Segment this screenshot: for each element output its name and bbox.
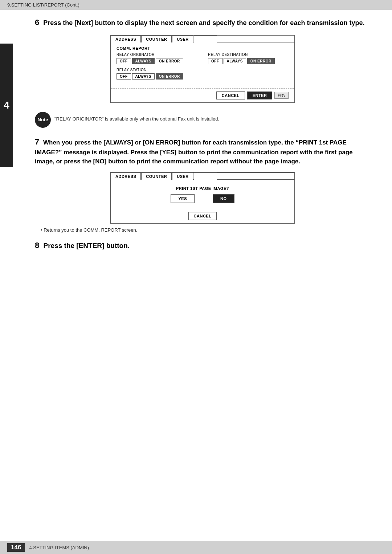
header-text: 9.SETTING LIST/REPORT (Cont.) (7, 2, 79, 8)
relay-station-buttons: OFF ALWAYS ON ERROR (117, 73, 197, 80)
top-header: 9.SETTING LIST/REPORT (Cont.) (0, 0, 392, 10)
relay-dest-buttons: OFF ALWAYS ON ERROR (208, 58, 289, 64)
screen1-content: COMM. REPORT RELAY ORIGINATOR OFF ALWAYS… (111, 42, 294, 88)
relay-sta-always[interactable]: ALWAYS (132, 73, 155, 80)
footer-text: 4.SETTING ITEMS (ADMIN) (29, 545, 89, 550)
relay-station-title: RELAY STATION (117, 68, 197, 72)
comm-report-label: COMM. REPORT (117, 46, 289, 50)
relay-dest-always[interactable]: ALWAYS (224, 58, 246, 64)
relay-originator-title: RELAY ORIGINATOR (117, 53, 197, 57)
print-question-label: PRINT 1ST PAGE IMAGE? (111, 180, 294, 194)
relay-orig-off[interactable]: OFF (117, 58, 131, 64)
screen1-tab-bar: ADDRESS COUNTER USER ADMIN (111, 36, 294, 42)
right-col: RELAY DESTINATION OFF ALWAYS ON ERROR (208, 53, 289, 83)
relay-originator-section: RELAY ORIGINATOR OFF ALWAYS ON ERROR (117, 53, 197, 64)
page-number: 146 (7, 543, 25, 552)
yes-no-group: YES NO (111, 194, 294, 209)
step7-text: When you press the [ALWAYS] or [ON ERROR… (35, 139, 353, 165)
screen2-box: ADDRESS COUNTER USER ADMIN PRINT 1ST PAG… (110, 172, 295, 224)
note-badge: Note (35, 112, 51, 128)
step6-heading: 6 Press the [Next] button to display the… (35, 17, 370, 28)
relay-originator-buttons: OFF ALWAYS ON ERROR (117, 58, 197, 64)
screen1-box: ADDRESS COUNTER USER ADMIN COMM. REPORT … (110, 35, 295, 103)
tab-user-2[interactable]: USER (172, 173, 193, 180)
step6-text: Press the [Next] button to display the n… (43, 19, 364, 27)
yes-button[interactable]: YES (171, 194, 195, 203)
enter-button-1[interactable]: ENTER (247, 91, 273, 99)
relay-dest-title: RELAY DESTINATION (208, 53, 289, 57)
note-text: "RELAY ORIGINATOR" is available only whe… (54, 112, 219, 122)
tab-admin-2[interactable]: ADMIN (194, 173, 217, 180)
cancel-button-2[interactable]: CANCEL (188, 212, 217, 220)
tab-counter-1[interactable]: COUNTER (141, 36, 172, 42)
step7-number: 7 (35, 137, 39, 146)
chapter-number: 4 (4, 99, 9, 111)
step6-number: 6 (35, 18, 39, 27)
step8-heading: 8 Press the [ENTER] button. (35, 241, 370, 250)
tab-admin-1[interactable]: ADMIN (194, 36, 217, 42)
step8-number: 8 (35, 241, 39, 250)
relay-destination-section: RELAY DESTINATION OFF ALWAYS ON ERROR (208, 53, 289, 64)
bottom-footer: 146 4.SETTING ITEMS (ADMIN) (0, 541, 392, 554)
prev-button-1[interactable]: Prev (274, 92, 289, 99)
step7-heading: 7 When you press the [ALWAYS] or [ON ERR… (35, 136, 370, 166)
left-col: RELAY ORIGINATOR OFF ALWAYS ON ERROR REL… (117, 53, 197, 83)
step8-text: Press the [ENTER] button. (44, 242, 130, 249)
note-box: Note "RELAY ORIGINATOR" is available onl… (35, 112, 370, 128)
tab-counter-2[interactable]: COUNTER (141, 173, 172, 180)
screen2-tab-bar: ADDRESS COUNTER USER ADMIN (111, 173, 294, 180)
tab-address-2[interactable]: ADDRESS (111, 173, 141, 180)
tab-address-1[interactable]: ADDRESS (111, 36, 141, 42)
screen1-two-col: RELAY ORIGINATOR OFF ALWAYS ON ERROR REL… (117, 53, 289, 83)
relay-sta-off[interactable]: OFF (117, 73, 131, 80)
bullet-text: Returns you to the COMM. REPORT screen. (35, 227, 370, 233)
screen1-footer: CANCEL ENTER Prev (111, 88, 294, 102)
relay-dest-onerror[interactable]: ON ERROR (247, 58, 275, 64)
relay-orig-always[interactable]: ALWAYS (132, 58, 155, 64)
chapter-tab: 4 (0, 44, 13, 167)
relay-orig-onerror[interactable]: ON ERROR (156, 58, 183, 64)
relay-station-section: RELAY STATION OFF ALWAYS ON ERROR (117, 68, 197, 80)
relay-sta-onerror[interactable]: ON ERROR (156, 73, 183, 80)
cancel-button-1[interactable]: CANCEL (216, 91, 245, 99)
no-button[interactable]: NO (213, 194, 234, 203)
tab-user-1[interactable]: USER (172, 36, 193, 42)
relay-dest-off[interactable]: OFF (208, 58, 222, 64)
screen2-footer: CANCEL (111, 209, 294, 223)
